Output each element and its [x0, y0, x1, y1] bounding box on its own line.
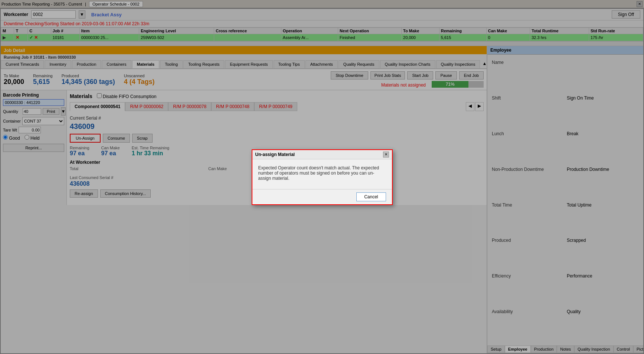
modal-cancel-button[interactable]: Cancel — [356, 192, 386, 201]
modal-body: Expected Operator count doesn't match ac… — [252, 159, 392, 189]
modal-message: Expected Operator count doesn't match ac… — [258, 165, 386, 181]
modal-title: Un-assign Material — [255, 152, 295, 157]
modal-title-bar: Un-assign Material ✕ — [252, 150, 392, 159]
unassign-modal: Un-assign Material ✕ Expected Operator c… — [252, 149, 393, 205]
modal-footer: Cancel — [252, 189, 392, 204]
modal-close-button[interactable]: ✕ — [383, 152, 389, 157]
modal-overlay: Un-assign Material ✕ Expected Operator c… — [0, 0, 644, 354]
